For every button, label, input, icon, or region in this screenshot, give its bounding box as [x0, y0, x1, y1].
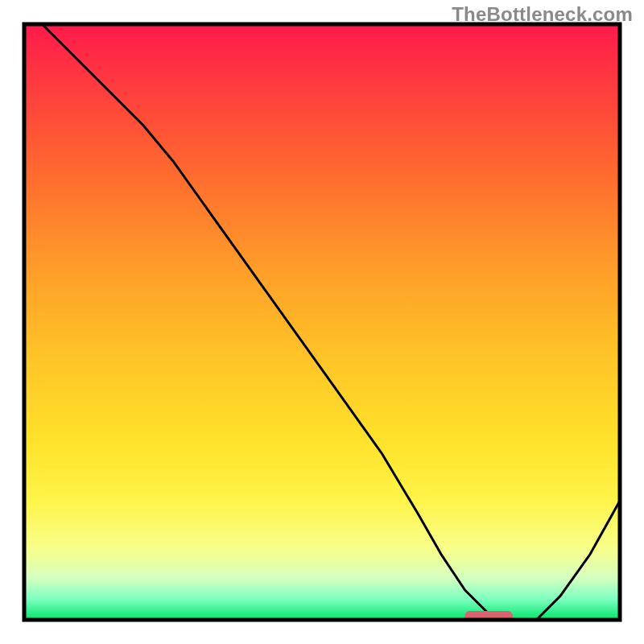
bottleneck-chart	[0, 0, 644, 644]
chart-frame: TheBottleneck.com	[0, 0, 644, 644]
watermark-text: TheBottleneck.com	[452, 3, 633, 26]
gradient-background	[24, 24, 620, 620]
